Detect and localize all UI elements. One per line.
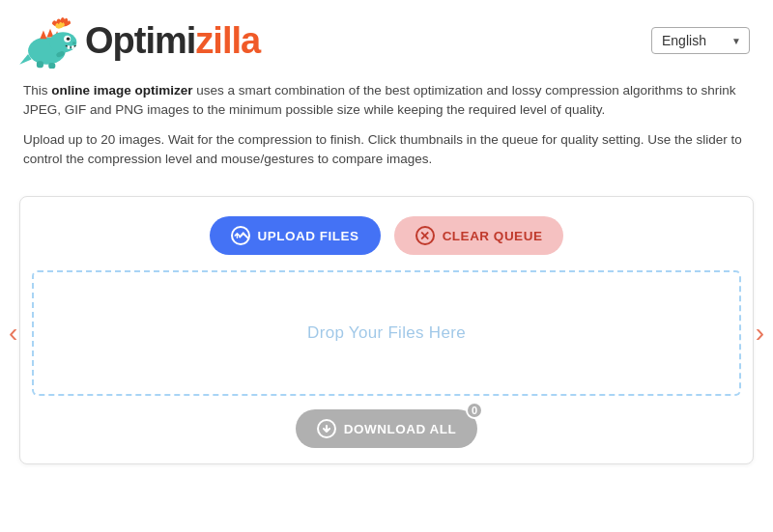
header: Optimizilla English Español Français Deu… [0,0,773,77]
upload-label: UPLOAD FILES [258,229,359,243]
clear-queue-button[interactable]: ✕ CLEAR QUEUE [394,216,564,255]
download-row: DOWNLOAD ALL 0 [20,409,753,448]
logo-optimi: Optimi [85,20,195,61]
download-label: DOWNLOAD ALL [344,422,456,436]
logo-text: Optimizilla [85,22,260,59]
svg-point-5 [49,32,76,52]
download-icon [317,419,336,438]
tool-area: UPLOAD FILES ✕ CLEAR QUEUE ‹ Drop Your F… [19,196,754,464]
download-all-button[interactable]: DOWNLOAD ALL 0 [296,409,477,448]
upload-arrow-icon [233,230,242,241]
svg-rect-11 [37,61,43,68]
buttons-row: UPLOAD FILES ✕ CLEAR QUEUE [20,216,753,255]
download-arrow-icon [321,423,332,434]
description-section: This online image optimizer uses a smart… [0,77,773,188]
drop-zone-wrapper: ‹ Drop Your Files Here › [32,270,741,396]
logo-dino-icon [15,12,85,70]
next-arrow-button[interactable]: › [752,320,768,347]
language-dropdown[interactable]: English Español Français Deutsch Portugu… [662,33,739,48]
x-icon: ✕ [419,230,431,242]
drop-zone-placeholder: Drop Your Files Here [307,323,466,343]
upload-button[interactable]: UPLOAD FILES [210,216,381,255]
svg-marker-2 [40,30,46,39]
drop-zone[interactable]: Drop Your Files Here [32,270,741,396]
prev-arrow-button[interactable]: ‹ [5,320,21,347]
svg-rect-10 [72,45,74,49]
svg-rect-12 [48,63,55,69]
clear-icon: ✕ [415,226,435,245]
page-wrapper: Optimizilla English Español Français Deu… [0,0,773,532]
description-prefix: This [23,83,51,98]
svg-point-8 [72,42,76,44]
clear-label: CLEAR QUEUE [443,229,543,243]
download-badge: 0 [466,402,483,419]
language-selector[interactable]: English Español Français Deutsch Portugu… [651,27,750,54]
description-para1: This online image optimizer uses a smart… [23,81,750,121]
upload-icon [231,226,250,245]
svg-point-7 [67,37,71,41]
description-para2: Upload up to 20 images. Wait for the com… [23,130,750,170]
svg-rect-9 [68,45,71,49]
logo-zilla: zilla [195,20,260,61]
description-bold: online image optimizer [51,83,192,98]
logo-area: Optimizilla [15,12,260,70]
